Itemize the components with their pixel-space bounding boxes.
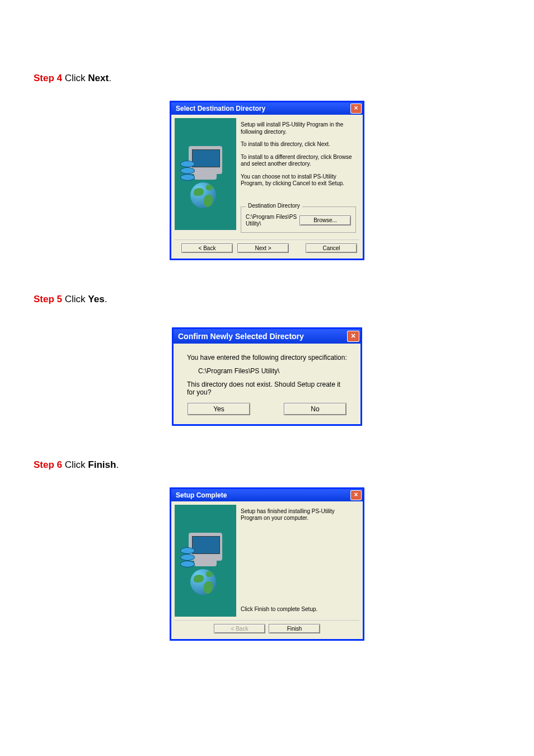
setup-complete-dialog: Setup Complete × Setup has finish xyxy=(170,487,364,641)
dialog3-title: Setup Complete xyxy=(176,491,227,499)
close-icon[interactable]: × xyxy=(347,331,359,342)
dialog1-titlebar: Select Destination Directory × xyxy=(171,102,363,115)
dialog1-paragraph-2: To install to this directory, click Next… xyxy=(241,141,356,148)
wizard-side-graphic xyxy=(175,118,236,230)
dialog1-paragraph-1: Setup will install PS-Utility Program in… xyxy=(241,121,356,135)
confirm-line-1: You have entered the following directory… xyxy=(187,354,347,361)
confirm-directory-dialog: Confirm Newly Selected Directory × You h… xyxy=(172,327,362,426)
dialog3-titlebar: Setup Complete × xyxy=(171,489,363,501)
select-destination-dialog: Select Destination Directory × Se xyxy=(170,101,364,260)
step-4-after: . xyxy=(109,73,111,83)
finish-button[interactable]: Finish xyxy=(269,624,320,633)
close-icon[interactable]: × xyxy=(350,490,362,500)
destination-directory-group: Destination Directory C:\Program Files\P… xyxy=(241,206,356,233)
cancel-button[interactable]: Cancel xyxy=(306,243,357,253)
step-6-instruction: Step 6 Click Finish. xyxy=(34,459,500,471)
destination-directory-label: Destination Directory xyxy=(246,203,302,210)
no-button[interactable]: No xyxy=(284,403,346,415)
dialog2-titlebar: Confirm Newly Selected Directory × xyxy=(174,329,360,344)
step-6-label: Step 6 xyxy=(34,459,65,470)
back-button-disabled: < Back xyxy=(214,624,265,633)
step-5-text-before: Click xyxy=(65,294,88,304)
dialog3-paragraph-2: Click Finish to complete Setup. xyxy=(241,606,356,613)
step-5-bold: Yes xyxy=(88,294,104,304)
dialog1-paragraph-3: To install to a different directory, cli… xyxy=(241,154,356,168)
close-icon[interactable]: × xyxy=(350,104,362,114)
confirm-path: C:\Program Files\PS Utility\ xyxy=(187,367,347,375)
back-button[interactable]: < Back xyxy=(181,243,233,253)
next-button[interactable]: Next > xyxy=(237,243,289,253)
step-4-text-before: Click xyxy=(65,73,88,83)
yes-button[interactable]: Yes xyxy=(188,403,250,415)
step-4-label: Step 4 xyxy=(34,73,65,83)
step-5-instruction: Step 5 Click Yes. xyxy=(34,294,500,305)
step-4-bold: Next xyxy=(88,73,109,83)
destination-directory-path: C:\Program Files\PS Utility\ xyxy=(246,214,299,228)
step-5-label: Step 5 xyxy=(34,294,65,304)
dialog1-paragraph-4: You can choose not to install PS-Utility… xyxy=(241,173,356,187)
step-5-after: . xyxy=(105,294,107,304)
browse-button[interactable]: Browse... xyxy=(299,215,351,226)
wizard-side-graphic xyxy=(175,505,236,617)
step-6-after: . xyxy=(116,459,119,470)
step-4-instruction: Step 4 Click Next. xyxy=(34,73,500,84)
dialog1-title: Select Destination Directory xyxy=(176,105,265,112)
step-6-text-before: Click xyxy=(65,459,88,470)
dialog2-title: Confirm Newly Selected Directory xyxy=(178,332,304,341)
confirm-line-2: This directory does not exist. Should Se… xyxy=(187,381,347,396)
step-6-bold: Finish xyxy=(88,459,116,470)
dialog3-paragraph-1: Setup has finished installing PS-Utility… xyxy=(241,508,356,522)
